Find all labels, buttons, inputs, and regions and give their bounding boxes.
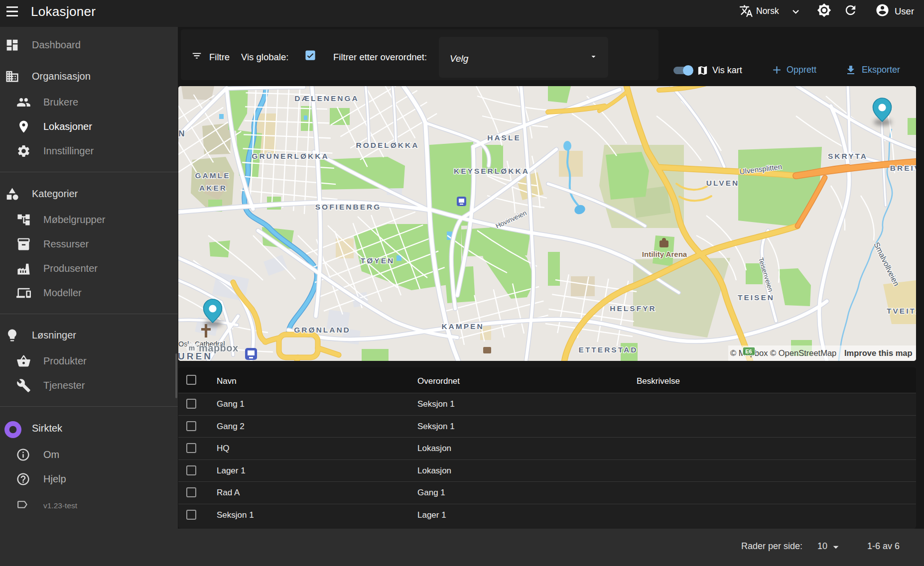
svg-text:m: m <box>189 344 195 352</box>
svg-text:KAMPEN: KAMPEN <box>441 322 484 331</box>
svg-text:GRÜNERLØKKA: GRÜNERLØKKA <box>252 152 329 160</box>
svg-text:SOFIENBERG: SOFIENBERG <box>315 203 381 211</box>
svg-text:KEYSERLØKKA: KEYSERLØKKA <box>454 167 529 175</box>
svg-text:N: N <box>178 129 186 138</box>
svg-text:RODELØKKA: RODELØKKA <box>356 141 419 149</box>
svg-text:AKER: AKER <box>199 184 227 192</box>
svg-text:HELSFYR: HELSFYR <box>610 304 656 313</box>
svg-text:GRØNLAND: GRØNLAND <box>294 326 351 334</box>
svg-text:TØYEN: TØYEN <box>361 256 395 265</box>
svg-text:E6: E6 <box>745 348 752 354</box>
svg-text:TEISEN: TEISEN <box>738 293 775 302</box>
svg-text:BREIV: BREIV <box>890 164 916 172</box>
svg-text:TVEITA: TVEITA <box>887 307 916 315</box>
svg-text:ULVEN: ULVEN <box>706 179 739 187</box>
svg-text:mapbox: mapbox <box>199 342 239 353</box>
svg-text:Intility Arena: Intility Arena <box>642 250 687 258</box>
svg-text:Improve this map: Improve this map <box>844 348 913 357</box>
svg-text:SKRYTA: SKRYTA <box>828 152 868 160</box>
svg-text:GAMLE: GAMLE <box>195 171 231 180</box>
svg-text:DÆLENENGA: DÆLENENGA <box>294 94 359 103</box>
svg-text:HASLE: HASLE <box>487 133 521 142</box>
svg-text:ETTERSTAD: ETTERSTAD <box>579 345 638 354</box>
